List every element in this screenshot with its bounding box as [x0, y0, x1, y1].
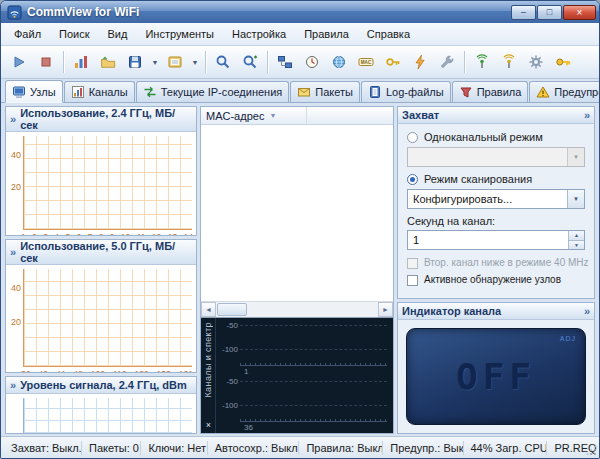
spectrum-close-icon[interactable]: × — [203, 420, 214, 431]
log-viewer-dropdown[interactable]: ▼ — [189, 49, 201, 75]
scheduler-button[interactable] — [299, 49, 325, 75]
menu-settings[interactable]: Настройка — [223, 25, 295, 43]
secondary-channel-label: Втор. канал ниже в режиме 40 MHz — [424, 257, 589, 269]
start-capture-button[interactable] — [6, 49, 32, 75]
capture-header[interactable]: Захват » — [398, 107, 594, 124]
dropdown-arrow-icon[interactable]: ▼ — [567, 190, 584, 208]
key-manager-button[interactable] — [550, 49, 576, 75]
menu-help[interactable]: Справка — [358, 25, 419, 43]
lightning-icon — [412, 54, 428, 70]
spin-up-icon[interactable]: ▲ — [569, 231, 584, 241]
y-tick: 40 — [7, 283, 21, 293]
node-list-button[interactable] — [272, 49, 298, 75]
collapse-chevron-icon[interactable]: » — [10, 113, 16, 125]
x-axis-ticks — [240, 419, 387, 422]
spectrum-tab-strip: Каналы и спектр × — [201, 318, 216, 433]
signal-24ghz-chart — [6, 394, 196, 433]
secondary-channel-checkbox[interactable] — [407, 258, 418, 269]
open-folder-icon — [100, 54, 116, 70]
menu-tools[interactable]: Инструменты — [136, 25, 223, 43]
usage-5ghz-header[interactable]: » Использование, 5.0 ГГц, МБ/сек — [6, 240, 196, 265]
scroll-right-button[interactable]: ► — [378, 302, 393, 317]
spinner-value[interactable]: 1 — [408, 231, 568, 249]
tab-packets[interactable]: Пакеты — [290, 81, 360, 102]
tab-label: Каналы — [89, 86, 128, 98]
web-lookup-button[interactable] — [326, 49, 352, 75]
save-icon — [127, 54, 143, 70]
titlebar: CommView for WiFi – □ × — [1, 1, 599, 23]
y-tick: -50 — [218, 321, 238, 330]
collapse-chevron-icon[interactable]: » — [584, 305, 590, 317]
node-table-body[interactable] — [201, 125, 393, 301]
usage-24ghz-header[interactable]: » Использование, 2.4 ГГц, МБ/сек — [6, 107, 196, 132]
find-next-button[interactable] — [237, 49, 263, 75]
find-button[interactable] — [210, 49, 236, 75]
globe-icon — [331, 54, 347, 70]
station-button[interactable] — [496, 49, 522, 75]
scroll-left-button[interactable]: ◄ — [201, 302, 216, 317]
y-tick: -100 — [218, 401, 238, 410]
resize-grip[interactable] — [586, 445, 597, 456]
x-tick: 36 — [244, 423, 253, 432]
tab-nodes[interactable]: Узлы — [5, 80, 63, 103]
tab-channels[interactable]: Каналы — [64, 81, 135, 102]
collapse-chevron-icon[interactable]: » — [10, 379, 16, 391]
scanner-radio[interactable] — [407, 174, 418, 185]
active-discovery-checkbox[interactable] — [407, 275, 418, 286]
menu-rules[interactable]: Правила — [295, 25, 358, 43]
spectrum-plot — [240, 323, 387, 366]
section-title: Уровень сигнала, 2.4 ГГц, dBm — [20, 379, 187, 391]
tab-alerts[interactable]: Предупреждения — [529, 81, 600, 102]
log-viewer-button[interactable] — [162, 49, 188, 75]
open-log-button[interactable] — [95, 49, 121, 75]
stop-capture-button[interactable] — [33, 49, 59, 75]
status-capture: Захват: Выкл. — [4, 441, 82, 455]
settings-button[interactable] — [523, 49, 549, 75]
menu-view[interactable]: Вид — [99, 25, 137, 43]
view-statistics-button[interactable] — [68, 49, 94, 75]
menu-file[interactable]: Файл — [5, 25, 50, 43]
options-button[interactable] — [434, 49, 460, 75]
close-button[interactable]: × — [563, 5, 596, 20]
column-mac-address[interactable]: MAC-адрес ▼ — [201, 107, 307, 124]
usage-5ghz-section: » Использование, 5.0 ГГц, МБ/сек 40 20 3… — [5, 239, 197, 373]
spectrum-plot — [240, 379, 387, 422]
collapse-chevron-icon[interactable]: » — [10, 246, 16, 258]
seconds-per-channel-spinner[interactable]: 1 ▲ ▼ — [407, 230, 585, 250]
app-icon — [7, 5, 22, 20]
channel-indicator-header[interactable]: Индикатор канала » — [398, 303, 594, 320]
chart-grid — [23, 136, 192, 230]
usage-5ghz-chart: 40 20 36404448100116132153161 — [6, 265, 196, 373]
scrollbar-thumb[interactable] — [217, 303, 247, 316]
stop-capture-icon — [38, 54, 54, 70]
mac-aliases-button[interactable]: MAC — [353, 49, 379, 75]
spin-down-icon[interactable]: ▼ — [569, 241, 584, 250]
select-value: Конфигурировать... — [408, 193, 567, 205]
access-point-button[interactable] — [469, 49, 495, 75]
tab-rules[interactable]: Правила — [452, 81, 529, 102]
y-tick: 20 — [7, 317, 21, 327]
x-axis-ticks — [240, 363, 387, 366]
gridline — [240, 405, 387, 406]
minimize-button[interactable]: – — [511, 5, 536, 20]
collapse-chevron-icon[interactable]: » — [584, 109, 590, 121]
save-log-dropdown[interactable]: ▼ — [149, 49, 161, 75]
scanner-select[interactable]: Конфигурировать... ▼ — [407, 189, 585, 209]
scrollbar-track[interactable] — [248, 302, 378, 317]
tab-ip-connections[interactable]: Текущие IP-соединения — [136, 81, 290, 102]
packet-generator-button[interactable] — [407, 49, 433, 75]
tab-log-files[interactable]: Log-файлы — [361, 81, 451, 102]
toolbar-separator — [205, 51, 206, 73]
status-rules: Правила: Выкл — [299, 441, 383, 455]
encryption-keys-button[interactable] — [380, 49, 406, 75]
signal-24ghz-header[interactable]: » Уровень сигнала, 2.4 ГГц, dBm — [6, 377, 196, 394]
spectrum-pane-tab[interactable]: Каналы и спектр — [203, 322, 213, 398]
menu-search[interactable]: Поиск — [50, 25, 98, 43]
channel-indicator-section: Индикатор канала » ADJ OFF — [397, 302, 595, 434]
single-channel-radio[interactable] — [407, 132, 418, 143]
save-log-button[interactable] — [122, 49, 148, 75]
column-label: MAC-адрес — [206, 110, 264, 122]
y-tick: -100 — [218, 345, 238, 354]
maximize-button[interactable]: □ — [537, 5, 562, 20]
signal-24ghz-section: » Уровень сигнала, 2.4 ГГц, dBm — [5, 376, 197, 434]
